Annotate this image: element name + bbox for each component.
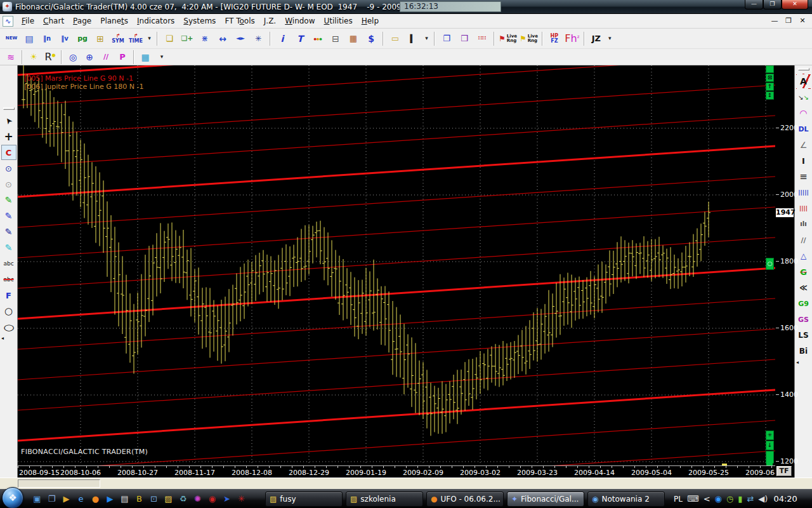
hide-icons-chevron[interactable]: <: [704, 495, 710, 503]
chart-canvas[interactable]: [18, 65, 775, 465]
range-dots-button[interactable]: ∷∷: [474, 30, 490, 47]
internet-explorer-icon[interactable]: e: [74, 491, 88, 507]
close-button[interactable]: ✕: [782, 0, 808, 10]
sun-positions-button[interactable]: ☀: [26, 50, 41, 64]
mdi-close-button[interactable]: ✕: [798, 17, 807, 25]
p-tool-button[interactable]: P: [115, 50, 130, 64]
folder-icon[interactable]: ▨: [161, 491, 176, 507]
pointer-dropdown[interactable]: ▾: [422, 30, 431, 47]
taskbar-ufo-button[interactable]: ●UFO - 06.06.2...: [426, 491, 504, 507]
dollar-button[interactable]: $: [363, 30, 379, 47]
jz-dropdown[interactable]: ▾: [606, 30, 614, 47]
traffic-light-button[interactable]: ●●●: [310, 30, 326, 47]
mdi-restore-button[interactable]: ❐: [784, 17, 793, 25]
strip-grip[interactable]: [3, 107, 15, 110]
red-app-icon[interactable]: ◉: [205, 491, 219, 507]
trend-pen-navy-tool[interactable]: ✎: [1, 224, 16, 239]
hp-fz-button[interactable]: HPFZ: [546, 30, 563, 47]
bar-pointer-button[interactable]: ▍: [405, 30, 421, 47]
taskbar-fusy-button[interactable]: ▨fusy: [265, 491, 343, 507]
planet-circle-button[interactable]: ⊕: [82, 50, 97, 64]
menu-ft-tools[interactable]: FT Tools: [220, 15, 259, 27]
timeframe-button[interactable]: TF: [776, 466, 792, 476]
r-positions-button[interactable]: R●: [43, 50, 58, 64]
asterisk-button[interactable]: ✳: [250, 30, 266, 47]
strip-grip[interactable]: [798, 68, 809, 70]
pinwheel-app-icon[interactable]: ✺: [190, 491, 205, 507]
keyboard-tray-icon[interactable]: ⌨: [687, 495, 699, 503]
snap-magnet-tool[interactable]: C: [1, 145, 16, 160]
maximize-button[interactable]: ❐: [763, 0, 782, 10]
menu-file[interactable]: File: [17, 15, 39, 27]
cycle-arc-tool[interactable]: ◠: [796, 105, 811, 121]
intraday-n-button[interactable]: ‖n: [39, 30, 55, 47]
new-window-button[interactable]: ❏+: [179, 30, 195, 47]
taskbar-notowania-button[interactable]: ◉Notowania 2: [587, 491, 665, 507]
new-chart-button[interactable]: NEW: [3, 30, 20, 47]
clock-tray-icon[interactable]: ◷: [726, 495, 733, 503]
bank-app-icon[interactable]: B: [132, 491, 147, 507]
menu-help[interactable]: Help: [357, 15, 383, 27]
vertical-lines-red-tool[interactable]: ||||: [796, 201, 811, 216]
jz-button[interactable]: JZ: [588, 30, 605, 47]
marker-pen-cyan-tool[interactable]: ✎: [1, 240, 16, 255]
mdi-minimize-button[interactable]: —: [770, 17, 779, 25]
menu-utilities[interactable]: Utilities: [320, 15, 357, 27]
fhz-button[interactable]: Fhz: [564, 30, 580, 47]
chart-close-control[interactable]: ⊠: [766, 74, 774, 82]
ruler-button[interactable]: ▭: [387, 30, 403, 47]
chart-menu-icon[interactable]: ∿: [3, 16, 13, 27]
taskbar-szkolenia-button[interactable]: ▨szkolenia: [346, 491, 423, 507]
notepad-icon[interactable]: ▤: [117, 491, 132, 507]
open-chart-button[interactable]: ▤: [21, 30, 37, 47]
fibonacci-f-tool[interactable]: F: [1, 288, 16, 303]
horizontal-lines-tool[interactable]: ≡: [796, 169, 811, 184]
intraday-v-button[interactable]: ‖v: [56, 30, 73, 47]
chart-windows-button[interactable]: ❒: [456, 30, 473, 47]
symbol-chart-button[interactable]: ↱SYM: [110, 30, 126, 47]
ephemeris-table-button[interactable]: ▦: [138, 50, 153, 64]
time-chart-button[interactable]: ↱TIME: [128, 30, 144, 47]
cascade-windows-button[interactable]: ❏: [161, 30, 178, 47]
g9-tool[interactable]: G9: [796, 296, 811, 311]
chart-updown-control[interactable]: ↕: [766, 91, 774, 100]
chart-star-control[interactable]: ✳: [766, 431, 774, 440]
menu-planets[interactable]: Planets: [96, 15, 133, 27]
messenger-icon[interactable]: ➤: [219, 491, 234, 507]
text-button[interactable]: T: [292, 30, 308, 47]
chart-window-button[interactable]: ❐: [438, 30, 455, 47]
trend-pen-green-tool[interactable]: ✎: [1, 192, 16, 208]
compress-bars-button[interactable]: ⋇: [197, 30, 213, 47]
aspect-lines-button[interactable]: ∕∕: [98, 50, 114, 64]
menu-indicators[interactable]: Indicators: [133, 15, 179, 27]
info-button[interactable]: i: [274, 30, 291, 47]
gann-g-tool[interactable]: G: [796, 264, 811, 279]
quotes-tray-icon[interactable]: ◉: [715, 495, 722, 503]
media-player-classic-icon[interactable]: ▶: [59, 491, 74, 507]
ellipse-tool[interactable]: ○: [1, 319, 16, 335]
recycle-bin-icon[interactable]: ♻: [176, 491, 190, 507]
astro-text-tool[interactable]: A: [796, 74, 811, 89]
quote-window-button[interactable]: ⊞: [92, 30, 108, 47]
menu-jz[interactable]: J.Z.: [259, 15, 280, 27]
text-abc-tool[interactable]: abc: [1, 256, 16, 271]
computer-icon[interactable]: ⊡: [147, 491, 161, 507]
minimize-button[interactable]: —: [745, 0, 763, 10]
live-range-yellow-button[interactable]: ⚑Live Rng: [519, 30, 539, 47]
chart-circle-control[interactable]: ○: [766, 258, 774, 270]
gs-tool[interactable]: GS: [796, 312, 811, 327]
trend-arrows-tool[interactable]: ↘↘: [796, 90, 811, 105]
network-tray-icon[interactable]: ⇄: [747, 495, 754, 503]
astro-lines-button[interactable]: ≋: [3, 50, 18, 64]
switch-windows-icon[interactable]: ❐: [44, 491, 59, 507]
delete-text-tool[interactable]: abc: [1, 272, 16, 287]
print-button[interactable]: ⊟: [327, 30, 344, 47]
show-desktop-icon[interactable]: ▣: [30, 491, 44, 507]
expand-bars-button[interactable]: ↔: [214, 30, 231, 47]
spider-app-icon[interactable]: ✳: [234, 491, 249, 507]
media-player-icon[interactable]: ▶: [103, 491, 117, 507]
language-indicator[interactable]: PL: [674, 495, 683, 504]
crosshair-tool[interactable]: +: [1, 129, 16, 144]
zoom-width-button[interactable]: ◄►: [232, 30, 249, 47]
circle-tool[interactable]: ○: [1, 304, 16, 319]
